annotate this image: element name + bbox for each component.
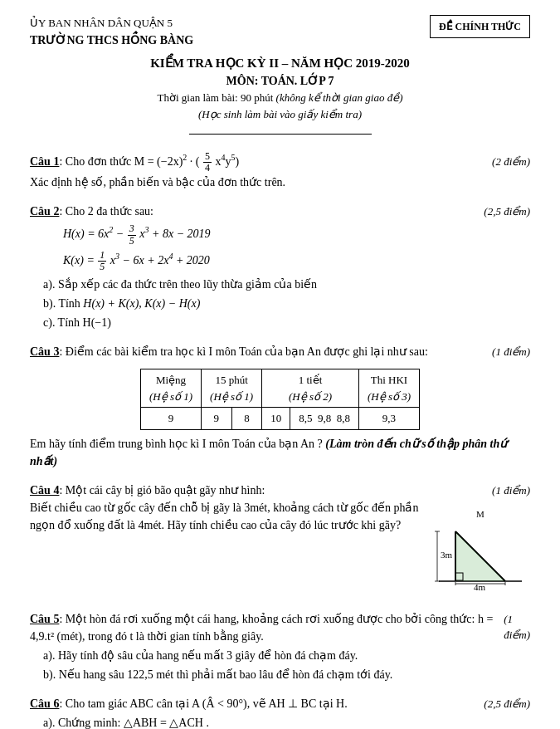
val-93: 9,3 xyxy=(358,408,419,430)
q5-b: b). Nếu hang sâu 122,5 mét thì phải mất … xyxy=(43,666,530,683)
q1-label: Câu 1: Cho đơn thức M = (−2x)2 · ( 5 4 x… xyxy=(30,151,239,174)
col-mieng: Miệng(Hệ số 1) xyxy=(140,369,201,408)
question-5: Câu 5: Một hòn đá rơi xuống một cái hang… xyxy=(30,610,530,683)
q6-header: Câu 6: Cho tam giác ABC cân tại A (Â < 9… xyxy=(30,695,530,712)
school-info: ỦY BAN NHÂN DÂN QUẬN 5 TRƯỜNG THCS HỒNG … xyxy=(30,15,193,49)
q1-task: Xác định hệ số, phần biến và bậc của đơn… xyxy=(30,174,530,191)
q6-a: a). Chứng minh: △ABH = △ACH . xyxy=(43,714,530,729)
val-85-98-88: 8,5 9,8 8,8 xyxy=(290,408,359,430)
q4-detail: Biết chiều cao từ gốc cây đến chỗ bị gãy… xyxy=(30,499,422,534)
district-label: ỦY BAN NHÂN DÂN QUẬN 5 xyxy=(30,15,193,32)
frac-1-5: 1 5 xyxy=(98,250,106,272)
col-1tiet: 1 tiết(Hệ số 2) xyxy=(262,369,359,408)
q6-score: (2,5 điểm) xyxy=(484,696,530,712)
q4-header: Câu 4: Một cái cây bị gió bão quật gãy n… xyxy=(30,482,530,499)
exam-subject: MÔN: TOÁN. LỚP 7 xyxy=(30,72,530,90)
col-thihki: Thi HKI(Hệ số 3) xyxy=(358,369,419,408)
q5-a: a). Hãy tính độ sâu của hang nếu mất 3 g… xyxy=(43,647,530,664)
val-10: 10 xyxy=(262,408,290,430)
question-2: Câu 2: Cho 2 đa thức sau: (2,5 điểm) H(x… xyxy=(30,203,530,331)
q2-b: b). Tính H(x) + K(x), K(x) − H(x) xyxy=(43,295,530,312)
exam-note: (Học sinh làm bài vào giấy kiểm tra) xyxy=(30,106,530,123)
q1-body: Xác định hệ số, phần biến và bậc của đơn… xyxy=(30,174,530,191)
q3-score: (1 điểm) xyxy=(492,344,530,360)
q4-figure: M 3m 4m xyxy=(431,502,530,599)
score-table: Miệng(Hệ số 1) 15 phút(Hệ số 1) 1 tiết(H… xyxy=(140,369,420,430)
exam-time: Thời gian làm bài: 90 phút (không kể thờ… xyxy=(30,90,530,106)
exam-title: KIỂM TRA HỌC KỲ II – NĂM HỌC 2019-2020 xyxy=(30,54,530,73)
school-name: TRƯỜNG THCS HỒNG BÀNG xyxy=(30,32,193,49)
val-8: 8 xyxy=(231,408,262,430)
q3-table-wrapper: Miệng(Hệ số 1) 15 phút(Hệ số 1) 1 tiết(H… xyxy=(30,369,530,430)
q4-score: (1 điểm) xyxy=(492,482,530,499)
m-label: M xyxy=(476,509,485,519)
q3-header: Câu 3: Điểm các bài kiểm tra học kì I mô… xyxy=(30,343,530,360)
3m-label: 3m xyxy=(441,550,453,560)
q3-intro-line: Câu 3: Điểm các bài kiểm tra học kì I mô… xyxy=(30,343,428,360)
val-9: 9 xyxy=(140,408,201,430)
time-main: Thời gian làm bài: 90 phút xyxy=(158,91,274,104)
official-box: ĐỀ CHÍNH THỨC xyxy=(430,15,530,38)
question-4: Câu 4: Một cái cây bị gió bão quật gãy n… xyxy=(30,482,530,599)
q6-intro-line: Câu 6: Cho tam giác ABC cân tại A (Â < 9… xyxy=(30,695,348,712)
q2-header: Câu 2: Cho 2 đa thức sau: (2,5 điểm) xyxy=(30,203,530,220)
header: ỦY BAN NHÂN DÂN QUẬN 5 TRƯỜNG THCS HỒNG … xyxy=(30,15,530,49)
time-paren: (không kể thời gian giao đề) xyxy=(276,91,403,104)
tree-figure: M 3m 4m xyxy=(431,502,526,594)
q2-c: c). Tính H(−1) xyxy=(43,314,530,331)
exam-title-section: KIỂM TRA HỌC KỲ II – NĂM HỌC 2019-2020 M… xyxy=(30,54,530,140)
q5-intro-line: Câu 5: Một hòn đá rơi xuống một cái hang… xyxy=(30,610,504,645)
q2-kx: K(x) = 1 5 x3 − 6x + 2x4 + 2020 xyxy=(63,250,530,272)
question-6: Câu 6: Cho tam giác ABC cân tại A (Â < 9… xyxy=(30,695,530,729)
question-1: Câu 1: Cho đơn thức M = (−2x)2 · ( 5 4 x… xyxy=(30,151,530,191)
q1-header: Câu 1: Cho đơn thức M = (−2x)2 · ( 5 4 x… xyxy=(30,151,530,174)
q2-score: (2,5 điểm) xyxy=(484,203,530,220)
q2-hx: H(x) = 6x2 − 3 5 x3 + 8x − 2019 xyxy=(63,223,530,246)
q1-intro: Cho đơn thức xyxy=(66,155,131,168)
q3-task: Em hãy tính điểm trung bình học kì I môn… xyxy=(30,435,530,470)
col-15phut: 15 phút(Hệ số 1) xyxy=(202,369,262,408)
frac-3-5: 3 5 xyxy=(128,223,136,246)
question-3: Câu 3: Điểm các bài kiểm tra học kì I mô… xyxy=(30,343,530,470)
q1-score: (2 điểm) xyxy=(492,154,530,170)
val-9b: 9 xyxy=(202,408,232,430)
q4-intro-line: Câu 4: Một cái cây bị gió bão quật gãy n… xyxy=(30,482,265,499)
q2-a: a). Sắp xếp các đa thức trên theo lũy th… xyxy=(43,276,530,293)
q5-score: (1 điểm) xyxy=(504,611,530,643)
q1-frac: ( 5 4 x4y5) xyxy=(196,155,239,168)
q5-header: Câu 5: Một hòn đá rơi xuống một cái hang… xyxy=(30,610,530,645)
title-underline xyxy=(189,134,372,135)
fraction-54: 5 4 xyxy=(203,151,212,174)
q2-intro-line: Câu 2: Cho 2 đa thức sau: xyxy=(30,203,153,220)
q4-body: Biết chiều cao từ gốc cây đến chỗ bị gãy… xyxy=(30,499,530,599)
